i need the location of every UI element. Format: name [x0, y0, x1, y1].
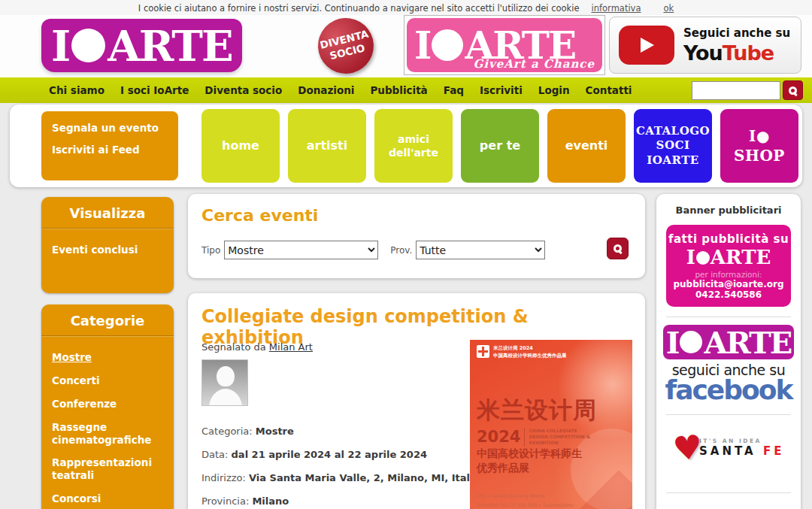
category-link-concerti[interactable]: Concerti: [52, 374, 163, 387]
ad-email: pubblicita@ioarte.org: [666, 279, 791, 289]
quick-buttons: homeartistiamici dell'arteper teeventiCA…: [201, 109, 798, 183]
category-link-rappresentazioni-teatrali[interactable]: Rappresentazioni teatrali: [52, 456, 163, 482]
logo-letter: I: [51, 21, 69, 71]
quick-button-io-shop[interactable]: I●SHOP: [720, 109, 798, 183]
logo-circle-icon: [680, 331, 702, 353]
poster-year: 2024: [477, 428, 520, 446]
categorie-title: Categorie: [41, 304, 174, 336]
quick-button-per-te[interactable]: per te: [461, 109, 539, 183]
facebook-wordmark: facebook: [656, 377, 801, 404]
cookie-informativa-link[interactable]: informativa: [592, 3, 641, 14]
cookie-bar: I cookie ci aiutano a fornire i nostri s…: [0, 0, 812, 15]
nav-item-contatti[interactable]: Contatti: [586, 84, 632, 96]
quick-button-amici-dellarte[interactable]: amici dell'arte: [374, 109, 453, 183]
tipo-select[interactable]: Mostre: [224, 241, 378, 259]
nav-item-login[interactable]: Login: [538, 84, 570, 96]
reporter-link[interactable]: Milan Art: [269, 341, 313, 353]
quick-button-artisti[interactable]: artisti: [288, 109, 366, 183]
nav-item-pubblicit[interactable]: Pubblicità: [370, 84, 427, 96]
search-icon: [614, 244, 622, 253]
quick-button-eventi[interactable]: eventi: [547, 109, 626, 183]
youtube-play-icon: [619, 26, 674, 65]
giveart-tagline: GiveArt a Chance: [473, 57, 595, 71]
categorie-list: MostreConcertiConferenzeRassegne cinemat…: [41, 336, 174, 509]
page: I cookie ci aiutano a fornire i nostri s…: [0, 0, 812, 509]
quick-button-catalogo-soci-ioarte[interactable]: CATALOGOSOCIIOARTE: [634, 109, 712, 183]
logo-circle-icon: [71, 29, 105, 62]
prov-label: Prov.: [390, 245, 412, 256]
divider: [666, 317, 791, 317]
poster-title: 米兰设计周: [477, 395, 626, 426]
ioarte-giveart-logo: I ARTE GiveArt a Chance: [407, 18, 602, 72]
visualizza-link-eventi-conclusi[interactable]: Eventi conclusi: [52, 244, 163, 256]
main-nav: Chi siamoI soci IoArteDiventa socioDonaz…: [0, 77, 812, 103]
diventa-socio-badge[interactable]: DIVENTA SOCIO: [312, 12, 380, 80]
divider: [666, 492, 791, 493]
poster-logo-icon: [477, 345, 489, 358]
search-events-card: Cerca eventi Tipo Mostre Prov. Tutte: [188, 194, 645, 278]
reported-by: Segnalato da Milan Art: [201, 341, 313, 353]
quick-links-panel: Segnala un eventoIscriviti ai Feed homea…: [10, 105, 802, 187]
giveart-banner[interactable]: I ARTE GiveArt a Chance: [404, 15, 605, 75]
nav-item-faq[interactable]: Faq: [444, 84, 464, 96]
event-poster-image: 米兰设计周 2024 中国高校设计学科师生优秀作品展 米兰设计周 2024 CH…: [470, 340, 632, 509]
youtube-brand: YouTube: [683, 41, 790, 65]
nav-item-donazioni[interactable]: Donazioni: [298, 84, 354, 96]
visualizza-title: Visualizza: [41, 197, 174, 229]
prov-select[interactable]: Tutte: [416, 241, 545, 259]
poster-stats: 180+ Award Winning WorksSelected Out Of …: [477, 492, 626, 509]
reporter-avatar: [201, 359, 248, 406]
tipo-label: Tipo: [201, 245, 220, 256]
category-link-rassegne-cinematografiche[interactable]: Rassegne cinematografiche: [52, 421, 163, 447]
nav-item-diventa-socio[interactable]: Diventa socio: [205, 84, 282, 96]
visualizza-list: Eventi conclusi: [41, 229, 174, 256]
header: I ARTE DIVENTA SOCIO I ARTE GiveArt a Ch…: [0, 15, 812, 77]
ioarte-logo[interactable]: I ARTE: [41, 19, 242, 72]
heart-icon: ♥: [671, 433, 704, 462]
search-input[interactable]: [692, 81, 780, 100]
logo-circle-icon: [432, 29, 463, 61]
event-card: Collegiate design competition & exhibiti…: [188, 293, 645, 509]
event-field-provincia: Provincia: Milano: [201, 495, 480, 507]
nav-item-i-soci-ioarte[interactable]: I soci IoArte: [120, 84, 189, 96]
logo-letters: ARTE: [108, 21, 232, 71]
logo-circle-icon: [696, 251, 710, 265]
nav-search: [692, 80, 803, 100]
poster-subtitle-en: CHINA COLLEGIATE DESIGN COMPETITION & EX…: [524, 428, 595, 447]
segnala-un-evento-link[interactable]: Segnala un evento: [52, 122, 178, 134]
quick-button-home[interactable]: home: [201, 109, 280, 183]
search-icon: [789, 86, 797, 95]
search-button[interactable]: [783, 80, 803, 100]
nav-item-iscriviti[interactable]: Iscriviti: [480, 84, 523, 96]
event-field-categoria: Categoria: Mostre: [201, 426, 480, 437]
youtube-line1: Seguici anche su: [683, 26, 790, 40]
visualizza-box: Visualizza Eventi conclusi: [41, 197, 174, 293]
advertise-banner[interactable]: fatti pubblicità su I ARTE per informazi…: [666, 225, 791, 307]
ioarte-fb-logo: I ARTE: [663, 325, 794, 359]
banner-sidebar-title: Banner pubblicitari: [656, 194, 801, 216]
divider: [666, 414, 791, 415]
category-link-mostre[interactable]: Mostre: [52, 351, 163, 364]
facebook-banner[interactable]: I ARTE seguici anche su facebook: [656, 325, 801, 404]
youtube-banner[interactable]: Seguici anche su YouTube: [609, 17, 801, 74]
categorie-box: Categorie MostreConcertiConferenzeRasseg…: [41, 304, 174, 509]
banner-sidebar: Banner pubblicitari fatti pubblicità su …: [656, 194, 801, 509]
event-field-data: Data: dal 21 aprile 2024 al 22 aprile 20…: [201, 449, 480, 460]
feed-box: Segnala un eventoIscriviti ai Feed: [41, 111, 178, 180]
cookie-ok-button[interactable]: ok: [663, 3, 674, 14]
santafe-banner[interactable]: ♥ IT'S AN IDEA SANTA FE: [656, 435, 801, 461]
search-events-title: Cerca eventi: [201, 206, 645, 225]
event-fields: Categoria: MostreData: dal 21 aprile 202…: [201, 426, 480, 509]
event-field-indirizzo: Indirizzo: Via Santa Maria Valle, 2, Mil…: [201, 472, 480, 483]
category-link-conferenze[interactable]: Conferenze: [52, 398, 163, 411]
search-events-button[interactable]: [607, 238, 629, 259]
cookie-message: I cookie ci aiutano a fornire i nostri s…: [138, 3, 580, 14]
iscriviti-ai-feed-link[interactable]: Iscriviti ai Feed: [52, 144, 178, 156]
ioarte-ad-logo: I ARTE: [666, 246, 791, 269]
nav-menu: Chi siamoI soci IoArteDiventa socioDonaz…: [49, 84, 632, 96]
category-link-concorsi[interactable]: Concorsi: [52, 492, 163, 505]
ad-phone: 0422.540586: [666, 289, 791, 300]
nav-item-chi-siamo[interactable]: Chi siamo: [49, 84, 105, 96]
